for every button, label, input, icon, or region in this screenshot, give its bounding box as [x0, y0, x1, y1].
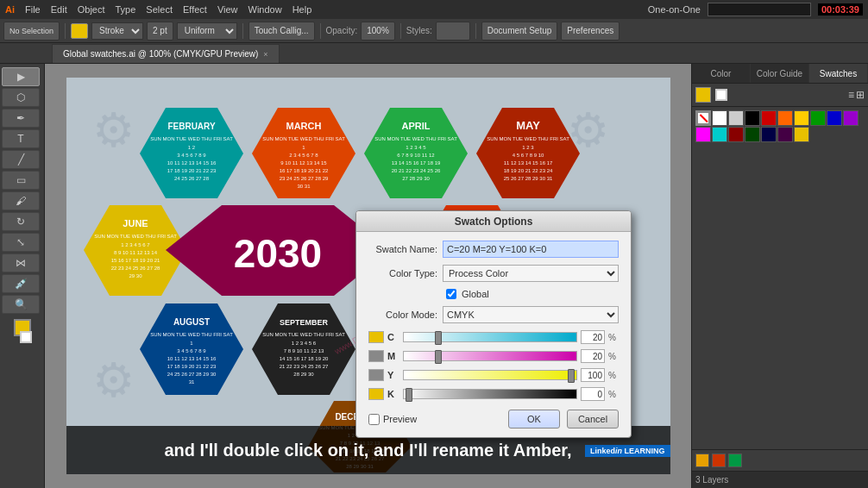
tab-color-guide[interactable]: Color Guide	[751, 64, 809, 83]
dialog-body: Swatch Name: Color Type: Process Color G…	[356, 232, 631, 437]
cancel-button[interactable]: Cancel	[567, 410, 619, 429]
fill-color-swatch[interactable]	[71, 23, 88, 39]
svg-text:FEBRUARY: FEBRUARY	[167, 122, 216, 131]
dark-green-swatch[interactable]	[745, 127, 760, 142]
color-group-2[interactable]	[712, 454, 726, 467]
tab-color[interactable]: Color	[692, 64, 751, 83]
styles-value[interactable]	[436, 22, 470, 41]
color-groups	[695, 454, 865, 467]
tab-swatches[interactable]: Swatches	[809, 64, 868, 83]
touch-type[interactable]: Touch Callig...	[248, 22, 315, 41]
svg-text:28  29  30: 28 29 30	[293, 372, 314, 377]
scale-tool-btn[interactable]: ⤡	[2, 233, 40, 252]
brush-tool-btn[interactable]: 🖌	[2, 191, 40, 210]
selection-tool-btn[interactable]: ▶	[2, 67, 40, 86]
menu-type[interactable]: Type	[116, 4, 136, 15]
green-swatch[interactable]	[810, 110, 826, 126]
dialog-title-bar: Swatch Options	[356, 211, 631, 232]
color-group-1[interactable]	[695, 454, 709, 467]
rect-tool-btn[interactable]: ▭	[2, 171, 40, 190]
opacity-value[interactable]: 100%	[361, 22, 395, 41]
layers-label[interactable]: 3 Layers	[695, 475, 728, 485]
svg-text:25  26  27  28  29  30  31: 25 26 27 28 29 30 31	[503, 176, 552, 181]
tab-close-btn[interactable]: ×	[263, 50, 267, 59]
line-tool-btn[interactable]: ╱	[2, 150, 40, 169]
blue-swatch[interactable]	[827, 110, 842, 126]
orange-swatch[interactable]	[777, 110, 793, 126]
stroke-weight[interactable]: 2 pt	[147, 22, 173, 41]
swatches-toolbar: ≡ ⊞	[692, 84, 868, 107]
menu-help[interactable]: Help	[292, 4, 312, 15]
document-setup-btn[interactable]: Document Setup	[481, 22, 558, 41]
svg-text:16  17  18  19  20  21  22: 16 17 18 19 20 21 22	[279, 168, 328, 173]
cyan-swatch[interactable]	[712, 127, 727, 142]
m-slider-thumb[interactable]	[435, 350, 442, 364]
swatch-grid-btn[interactable]: ⊞	[856, 89, 865, 101]
color-group-3[interactable]	[728, 454, 742, 467]
black-swatch[interactable]	[745, 110, 760, 126]
direct-selection-btn[interactable]: ⬡	[2, 88, 40, 107]
selection-tool[interactable]: No Selection	[3, 22, 60, 41]
svg-text:10  11  12  13  14  15  16: 10 11 12 13 14 15 16	[167, 356, 216, 361]
stroke-indicator	[715, 89, 727, 101]
swatch-name-input[interactable]	[443, 241, 619, 258]
white-swatch[interactable]	[712, 110, 727, 126]
svg-text:JUNE: JUNE	[123, 218, 148, 228]
search-box[interactable]	[708, 3, 811, 16]
eyedropper-btn[interactable]: 💉	[2, 274, 40, 293]
c-value: 20	[581, 330, 605, 344]
y-slider-thumb[interactable]	[568, 369, 575, 383]
menu-window[interactable]: Window	[248, 4, 282, 15]
stroke-style[interactable]: Uniform	[177, 22, 237, 40]
zoom-tool-btn[interactable]: 🔍	[2, 295, 40, 314]
menu-edit[interactable]: Edit	[51, 4, 67, 15]
dark-blue-swatch[interactable]	[761, 127, 777, 142]
c-slider-track[interactable]	[403, 332, 577, 342]
c-color-box	[368, 331, 384, 343]
preferences-btn[interactable]: Preferences	[561, 22, 620, 41]
ok-button[interactable]: OK	[508, 410, 560, 429]
blend-tool-btn[interactable]: ⋈	[2, 253, 40, 272]
y-slider-track[interactable]	[403, 370, 577, 380]
preview-check-row: Preview	[368, 414, 501, 425]
yellow-swatch[interactable]	[794, 110, 809, 126]
preview-checkbox[interactable]	[368, 414, 380, 425]
gray-swatch[interactable]	[728, 110, 744, 126]
m-value: 20	[581, 349, 605, 363]
svg-text:SUN MON TUE WED THU FRI SAT: SUN MON TUE WED THU FRI SAT	[94, 234, 177, 239]
m-slider-track[interactable]	[403, 351, 577, 361]
swatch-menu-btn[interactable]: ≡	[848, 89, 854, 101]
none-swatch[interactable]	[695, 110, 711, 126]
menu-effect[interactable]: Effect	[183, 4, 207, 15]
menu-select[interactable]: Select	[146, 4, 173, 15]
opacity-label: Opacity:	[326, 26, 358, 35]
color-mode-select[interactable]: CMYK	[443, 306, 619, 323]
c-slider-thumb[interactable]	[435, 331, 442, 345]
amber-swatch[interactable]	[794, 127, 809, 142]
stroke-swatch[interactable]	[20, 331, 32, 343]
canvas-area: ⚙ ⚙ ⚙ ⚙ ⚙ ⚙ FEBRUARY SUN MON TUE WED THU…	[45, 64, 691, 488]
k-slider-thumb[interactable]	[406, 388, 412, 402]
type-tool-btn[interactable]: T	[2, 129, 40, 148]
document-tab[interactable]: Global swatches.ai @ 100% (CMYK/GPU Prev…	[52, 44, 280, 63]
svg-text:MAY: MAY	[516, 119, 540, 132]
magenta-swatch[interactable]	[695, 127, 711, 142]
red-swatch[interactable]	[761, 110, 777, 126]
dark-purple-swatch[interactable]	[777, 127, 793, 142]
svg-text:SUN MON TUE WED THU FRI SAT: SUN MON TUE WED THU FRI SAT	[262, 332, 345, 337]
stroke-selector[interactable]: Stroke	[91, 22, 143, 40]
dialog-title: Swatch Options	[455, 216, 533, 228]
k-slider-track[interactable]	[403, 389, 577, 399]
menu-file[interactable]: File	[25, 4, 41, 15]
color-type-select[interactable]: Process Color	[443, 265, 619, 282]
svg-text:SUN MON TUE WED THU FRI SAT: SUN MON TUE WED THU FRI SAT	[487, 136, 569, 141]
svg-text:29  30: 29 30	[129, 273, 142, 278]
purple-swatch[interactable]	[843, 110, 859, 126]
svg-text:SEPTEMBER: SEPTEMBER	[279, 318, 328, 327]
menu-object[interactable]: Object	[78, 4, 105, 15]
global-checkbox[interactable]	[446, 289, 456, 299]
dark-red-swatch[interactable]	[728, 127, 744, 142]
menu-view[interactable]: View	[217, 4, 238, 15]
rotate-tool-btn[interactable]: ↻	[2, 212, 40, 231]
pen-tool-btn[interactable]: ✒	[2, 109, 40, 128]
